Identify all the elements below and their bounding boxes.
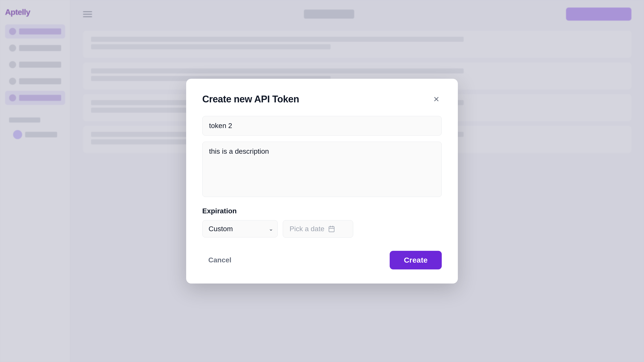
modal-close-button[interactable]: ✕	[431, 94, 442, 105]
date-picker-label: Pick a date	[290, 225, 325, 233]
token-description-textarea[interactable]: this is a description	[202, 142, 442, 197]
calendar-icon	[328, 225, 335, 232]
create-button[interactable]: Create	[390, 251, 442, 269]
expiration-select[interactable]: Custom 7 days 30 days 90 days 1 year Nev…	[202, 220, 278, 237]
expiration-row: Custom 7 days 30 days 90 days 1 year Nev…	[202, 220, 442, 238]
date-picker-button[interactable]: Pick a date	[283, 220, 353, 238]
svg-rect-0	[329, 226, 334, 232]
modal-overlay: Create new API Token ✕ this is a descrip…	[0, 0, 644, 362]
expiration-select-wrapper: Custom 7 days 30 days 90 days 1 year Nev…	[202, 220, 278, 238]
modal-footer: Cancel Create	[202, 251, 442, 269]
cancel-button[interactable]: Cancel	[202, 252, 237, 268]
modal-header: Create new API Token ✕	[202, 94, 442, 105]
expiration-label: Expiration	[202, 207, 442, 215]
create-token-modal: Create new API Token ✕ this is a descrip…	[186, 79, 458, 284]
modal-title: Create new API Token	[202, 94, 299, 105]
token-name-input[interactable]	[202, 116, 442, 136]
